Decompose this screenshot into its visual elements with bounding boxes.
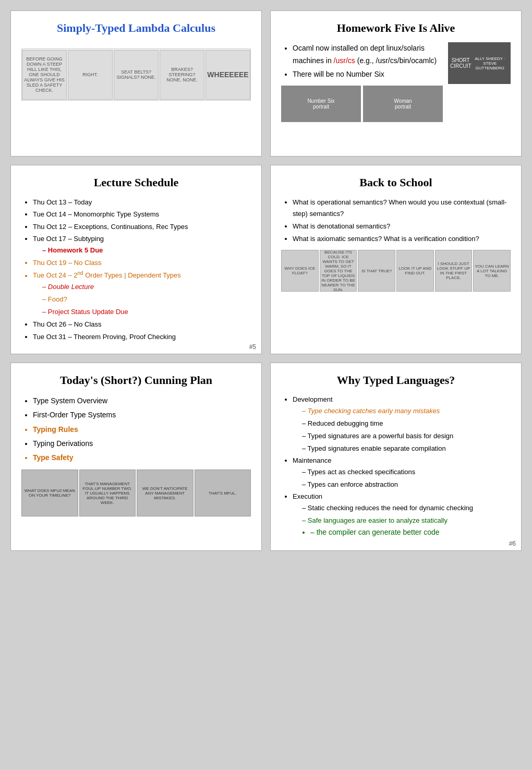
slide4-bullets: What is operational semantics? When woul… (281, 197, 511, 245)
slide4-bullet-2: What is denotational semantics? (293, 221, 511, 232)
slide4-cartoon: WHY DOES ICE FLOAT? BECAUSE ITS COLD. IC… (281, 250, 511, 292)
slide6-num: #6 (509, 540, 516, 547)
slide6-maint-2: Types can enforce abstraction (302, 479, 511, 490)
slides-grid: Simply-Typed Lambda Calculus BEFORE GOIN… (10, 10, 522, 551)
slide5-title: Today's (Short?) Cunning Plan (21, 374, 251, 387)
slide6-exec-sub: the compiler can generate better code (302, 526, 511, 539)
slide6-dev-4: Typed signatures enable separate compila… (302, 443, 511, 454)
slide6-exec-2a: the compiler can generate better code (310, 526, 511, 539)
slide-3: Lecture Schedule Thu Oct 13 – Today Tue … (10, 165, 262, 354)
slide2-side-images: SHORTCIRCUITALLY SHEEDY · STEVE GUTTENBE… (448, 42, 511, 122)
hw-bottom-images: Number Sixportrait Womanportrait (281, 86, 443, 122)
lecture-item-4: Tue Oct 17 – Subtyping Homework 5 Due (33, 233, 251, 256)
cartoon-panel-3: IS THAT TRUE? (358, 250, 395, 292)
slide6-execution: Execution Static checking reduces the ne… (293, 491, 511, 539)
slide5-comic: WHAT DOES MFU2 MEAN ON YOUR TIMELINE? TH… (21, 470, 251, 516)
slide-1: Simply-Typed Lambda Calculus BEFORE GOIN… (10, 10, 262, 157)
comic-panel-2: RIGHT. (68, 50, 113, 100)
slide5-item-4: Typing Derivations (33, 437, 251, 450)
lecture-item-7: Thu Oct 26 – No Class (33, 319, 251, 330)
slide1-comic: BEFORE GOING DOWN A STEEP HILL LIKE THIS… (21, 49, 251, 101)
slide6-dev-2: Reduced debugging time (302, 418, 511, 429)
slide6-exec-list: Static checking reduces the need for dyn… (293, 502, 511, 539)
slide6-dev-list: Type checking catches early many mistake… (293, 405, 511, 454)
comic-panel-3: SEAT BELTS? SIGNALS? NONE. (114, 50, 159, 100)
hw-image-1: Number Sixportrait (281, 86, 361, 122)
slide2-text: Ocaml now installed on dept linux/solari… (281, 42, 443, 122)
slide6-dev-1: Type checking catches early many mistake… (302, 405, 511, 417)
slide5-panel-1: WHAT DOES MFU2 MEAN ON YOUR TIMELINE? (21, 470, 78, 516)
comic-panel-5: WHEEEEEE (205, 50, 250, 100)
cartoon-panel-1: WHY DOES ICE FLOAT? (281, 250, 319, 292)
lecture-hw5-due: Homework 5 Due (42, 245, 251, 256)
slide6-development: Development Type checking catches early … (293, 394, 511, 454)
slide5-item-2: First-Order Type Systems (33, 408, 251, 422)
lecture-item-6: Tue Oct 24 – 2nd Order Types | Dependent… (33, 269, 251, 318)
slide6-content: Development Type checking catches early … (281, 394, 511, 539)
slide4-title: Back to School (281, 176, 511, 189)
slide5-panel-4: THAT'S MFUL. (195, 470, 251, 516)
slide6-exec-1: Static checking reduces the need for dyn… (302, 502, 511, 514)
slide-6: Why Typed Languages? Development Type ch… (270, 363, 522, 551)
slide3-num: #5 (249, 343, 256, 351)
slide5-panel-2: THAT'S MANAGEMENT FOUL-UP NUMBER TWO. IT… (79, 470, 136, 516)
slide6-maintenance: Maintenance Types act as checked specifi… (293, 455, 511, 490)
slide5-item-5: Type Safety (33, 451, 251, 464)
comic-panel-4: BRAKES? STEERING? NONE. NONE. (160, 50, 204, 100)
hw-bullet-1: Ocaml now installed on dept linux/solari… (293, 42, 443, 67)
slide-4: Back to School What is operational seman… (270, 165, 522, 354)
slide5-panel-3: WE DON'T ANTICIPATE ANY MANAGEMENT MISTA… (137, 470, 194, 516)
lecture-item-5: Thu Oct 19 – No Class (33, 257, 251, 268)
slide6-maint-1: Types act as checked specifications (302, 466, 511, 478)
comic-panel-1: BEFORE GOING DOWN A STEEP HILL LIKE THIS… (22, 50, 67, 100)
cartoon-panel-4: LOOK IT UP AND FIND OUT. (396, 250, 434, 292)
lecture-sublist-1: Homework 5 Due (33, 245, 251, 256)
slide-5: Today's (Short?) Cunning Plan Type Syste… (10, 363, 262, 551)
slide-2: Homework Five Is Alive Ocaml now install… (270, 10, 522, 157)
lecture-item-8: Tue Oct 31 – Theorem Proving, Proof Chec… (33, 331, 251, 342)
cartoon-panel-2: BECAUSE ITS COLD. ICE WANTS TO GET WARM,… (320, 250, 357, 292)
lecture-item-1: Thu Oct 13 – Today (33, 197, 251, 208)
slide2-title: Homework Five Is Alive (281, 21, 511, 35)
lecture-food: Food? (42, 294, 251, 305)
lecture-double: Double Lecture (42, 281, 251, 293)
slide5-bullets: Type System Overview First-Order Type Sy… (21, 394, 251, 464)
lecture-item-3: Thu Oct 12 – Exceptions, Continuations, … (33, 221, 251, 232)
cartoon-panel-5: I SHOULD JUST LOOK STUFF UP IN THE FIRST… (435, 250, 473, 292)
lecture-item-2: Tue Oct 14 – Monomorphic Type Systems (33, 209, 251, 220)
hw-side-image: SHORTCIRCUITALLY SHEEDY · STEVE GUTTENBE… (448, 42, 511, 84)
slide3-title: Lecture Schedule (21, 176, 251, 189)
slide6-exec-2: Safe languages are easier to analyze sta… (302, 515, 511, 539)
slide1-title: Simply-Typed Lambda Calculus (57, 21, 215, 35)
slide2-content: Ocaml now installed on dept linux/solari… (281, 42, 511, 122)
hw-bullet-2: There will be no Number Six (293, 68, 443, 81)
slide4-bullet-1: What is operational semantics? When woul… (293, 197, 511, 220)
slide6-title: Why Typed Languages? (281, 374, 511, 387)
slide4-bullet-3: What is axiomatic semantics? What is a v… (293, 233, 511, 245)
lecture-sublist-2: Double Lecture Food? Project Status Upda… (33, 281, 251, 318)
slide6-maint-list: Types act as checked specifications Type… (293, 466, 511, 490)
cartoon-panel-6: YOU CAN LEARN A LOT TALKING TO ME. (473, 250, 511, 292)
slide5-item-1: Type System Overview (33, 394, 251, 407)
lecture-schedule-list: Thu Oct 13 – Today Tue Oct 14 – Monomorp… (21, 197, 251, 342)
slide1-content: Simply-Typed Lambda Calculus BEFORE GOIN… (21, 21, 251, 101)
slide5-item-3: Typing Rules (33, 423, 251, 436)
hw-image-2: Womanportrait (363, 86, 443, 122)
lecture-project-due: Project Status Update Due (42, 306, 251, 318)
slide6-dev-3: Typed signatures are a powerful basis fo… (302, 430, 511, 442)
hw-code: /usr/cs (334, 56, 355, 65)
slide2-bullets: Ocaml now installed on dept linux/solari… (281, 42, 443, 80)
